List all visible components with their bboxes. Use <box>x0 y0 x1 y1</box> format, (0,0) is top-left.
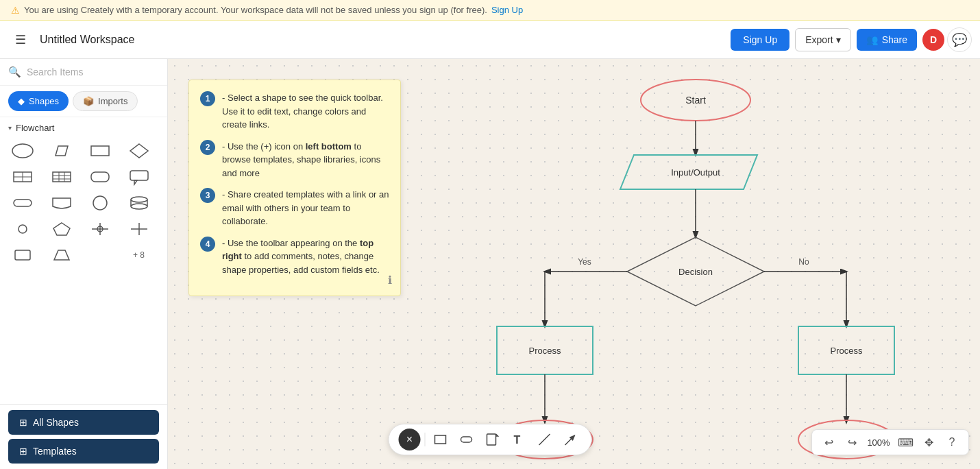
svg-marker-14 <box>134 180 137 184</box>
tabs-bar: ◆ Shapes 📦 Imports <box>0 86 167 117</box>
shapes-grid: + 8 <box>8 140 159 266</box>
menu-button[interactable]: ☰ <box>8 27 33 52</box>
header-signup-button[interactable]: Sign Up <box>731 29 789 51</box>
imports-box-icon: 📦 <box>83 96 94 106</box>
process-left-label: Process <box>529 346 561 356</box>
shape-cross[interactable] <box>86 218 114 240</box>
shape-rounded-square[interactable] <box>8 244 37 266</box>
keyboard-shortcuts-button[interactable]: ⌨ <box>896 433 915 452</box>
tab-imports-label: Imports <box>98 96 127 106</box>
all-shapes-button[interactable]: ⊞ All Shapes <box>8 410 159 435</box>
shapes-content: ▾ Flowchart <box>0 117 167 404</box>
canvas[interactable]: 1 - Select a shape to see the quick tool… <box>168 59 980 469</box>
shapes-diamond-icon: ◆ <box>18 96 25 106</box>
note-num-3: 3 <box>200 188 215 203</box>
svg-rect-7 <box>53 172 71 182</box>
bottom-right-toolbar: ↩ ↪ 100% ⌨ ✥ ? <box>811 429 969 455</box>
rounded-rect-tool[interactable] <box>456 429 478 450</box>
yes-label: Yes <box>578 257 591 267</box>
shapes-more-label[interactable]: + 8 <box>125 244 154 266</box>
banner-text: You are using Creately with a temporary … <box>24 5 487 15</box>
text-tool[interactable]: T <box>508 429 530 450</box>
note-num-4: 4 <box>200 237 215 252</box>
svg-point-20 <box>131 204 147 209</box>
undo-button[interactable]: ↩ <box>819 433 838 452</box>
note-text-4: - Use the toolbar appearing on the top r… <box>222 237 389 277</box>
shape-small-circle[interactable] <box>8 218 37 240</box>
share-label: Share <box>882 34 907 45</box>
note-num-2: 2 <box>200 140 215 155</box>
header-actions: Sign Up Export ▾ 👥 Share D ⋮ <box>731 28 972 51</box>
shape-callout[interactable] <box>125 166 154 188</box>
svg-line-49 <box>539 434 550 445</box>
comment-button[interactable]: 💬 <box>947 27 972 52</box>
decision-label: Decision <box>678 267 713 277</box>
export-button[interactable]: Export ▾ <box>795 28 850 51</box>
input-output-label: Input/Output <box>671 167 720 178</box>
section-flowchart[interactable]: ▾ Flowchart <box>8 123 159 133</box>
note-item-3: 3 - Share created templates with a link … <box>200 188 389 228</box>
shape-rectangle[interactable] <box>86 140 114 162</box>
close-button[interactable]: × <box>399 429 421 450</box>
sidebar-bottom-buttons: ⊞ All Shapes ⊞ Templates <box>0 404 167 469</box>
no-label: No <box>798 257 809 267</box>
templates-icon: ⊞ <box>19 446 27 457</box>
svg-point-16 <box>93 196 107 210</box>
shape-oval[interactable] <box>8 140 37 162</box>
start-label: Start <box>685 95 706 106</box>
note-tool[interactable] <box>482 429 504 450</box>
app-header: ☰ Untitled Workspace Sign Up Export ▾ 👥 … <box>0 21 980 59</box>
svg-marker-1 <box>56 146 68 156</box>
banner-signup-link[interactable]: Sign Up <box>491 5 523 15</box>
shape-plus[interactable] <box>125 218 154 240</box>
shapes-more-placeholder <box>86 244 114 266</box>
tab-shapes[interactable]: ◆ Shapes <box>8 91 69 111</box>
shape-cylinder[interactable] <box>125 192 154 214</box>
svg-line-50 <box>565 435 575 445</box>
flowchart-svg: Start Input/Output Decision Yes Process <box>415 66 977 469</box>
share-button[interactable]: 👥 Share <box>857 29 917 51</box>
shape-rounded-rect[interactable] <box>86 166 114 188</box>
warning-icon: ⚠ <box>11 5 20 16</box>
export-label: Export <box>805 34 833 45</box>
arrow-tool[interactable] <box>560 429 582 450</box>
shape-diamond[interactable] <box>125 140 154 162</box>
svg-rect-12 <box>91 172 109 182</box>
rect-tool[interactable] <box>430 429 452 450</box>
note-text-3: - Share created templates with a link or… <box>222 188 389 228</box>
search-icon: 🔍 <box>8 66 21 78</box>
note-num-1: 1 <box>200 91 215 106</box>
svg-rect-28 <box>15 250 30 260</box>
shape-parallelogram[interactable] <box>47 140 76 162</box>
shape-document[interactable] <box>47 192 76 214</box>
shape-trapezoid[interactable] <box>47 244 76 266</box>
tab-imports[interactable]: 📦 Imports <box>73 91 138 111</box>
svg-point-21 <box>19 225 27 233</box>
shape-circle[interactable] <box>86 192 114 214</box>
svg-marker-22 <box>53 223 70 235</box>
shape-table[interactable] <box>47 166 76 188</box>
shape-pentagon[interactable] <box>47 218 76 240</box>
help-button[interactable]: ? <box>942 433 961 452</box>
shape-grid[interactable] <box>8 166 37 188</box>
templates-button[interactable]: ⊞ Templates <box>8 439 159 464</box>
toolbar-divider-1 <box>425 433 426 446</box>
shape-stadium[interactable] <box>8 192 37 214</box>
fit-screen-button[interactable]: ✥ <box>919 433 938 452</box>
search-input[interactable] <box>27 67 159 77</box>
svg-rect-47 <box>487 434 496 445</box>
comment-icon: 💬 <box>952 32 967 47</box>
redo-button[interactable]: ↪ <box>842 433 861 452</box>
svg-marker-29 <box>54 250 69 260</box>
flowchart-diagram: Start Input/Output Decision Yes Process <box>415 66 977 469</box>
svg-rect-46 <box>461 437 472 442</box>
tab-shapes-label: Shapes <box>29 96 59 106</box>
warning-banner: ⚠ You are using Creately with a temporar… <box>0 0 980 21</box>
user-avatar[interactable]: D <box>922 29 944 51</box>
note-item-4: 4 - Use the toolbar appearing on the top… <box>200 237 389 277</box>
svg-rect-45 <box>435 435 446 444</box>
line-tool[interactable] <box>534 429 556 450</box>
note-item-2: 2 - Use the (+) icon on left bottom to b… <box>200 140 389 180</box>
export-chevron-icon: ▾ <box>836 34 841 45</box>
note-info-icon[interactable]: ℹ <box>388 272 392 289</box>
